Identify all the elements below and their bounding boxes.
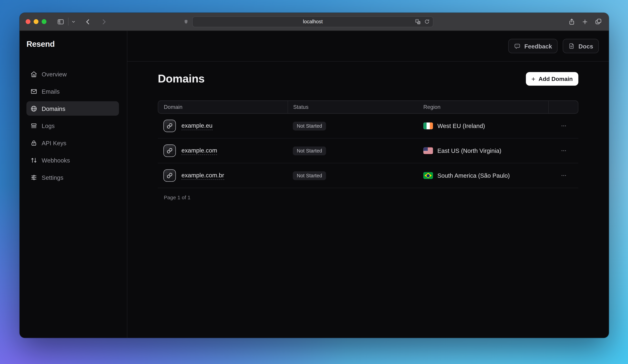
sidebar-item-label: Settings [42,174,63,181]
main-area: Feedback Docs Domains + Add Dom [127,31,609,338]
table-row: example.eu Not Started West EU (Ireland) [158,114,578,138]
status-badge: Not Started [293,171,326,180]
table-header: Domain Status Region [158,100,578,114]
region-flag-icon [423,172,433,179]
plus-icon: + [531,75,535,82]
sidebar-item-label: Overview [42,71,67,77]
row-actions-button[interactable] [559,171,568,180]
domain-link[interactable]: example.com.br [181,172,224,180]
share-icon[interactable] [568,18,575,25]
logs-icon [30,122,37,129]
ellipsis-icon [561,148,567,154]
toolbar-left-cluster [57,18,107,26]
page-header-row: Domains + Add Domain [158,72,578,86]
link-icon [166,148,173,154]
address-zone: localhost A [183,13,433,30]
document-icon [568,43,575,49]
region-label: West EU (Ireland) [437,122,485,129]
sidebar-item-emails[interactable]: Emails [26,84,119,99]
domain-link[interactable]: example.eu [181,122,213,130]
table-body: example.eu Not Started West EU (Ireland)… [158,114,578,188]
sidebar-nav: Overview Emails Domains Logs API Keys We… [20,67,127,187]
sidebar-item-logs[interactable]: Logs [26,119,119,133]
docs-button[interactable]: Docs [563,39,599,53]
sidebar-item-settings[interactable]: Settings [26,170,119,184]
globe-icon [30,105,37,112]
column-header-domain: Domain [158,101,288,113]
region-flag-icon [423,147,433,154]
back-icon[interactable] [84,18,91,25]
column-header-actions [549,101,578,113]
speech-bubble-icon [514,43,521,49]
domain-link[interactable]: example.com [181,147,217,155]
toolbar-right-cluster [568,18,602,25]
address-bar-icons: A [415,19,430,25]
add-domain-label: Add Domain [539,76,573,82]
svg-text:A: A [416,19,418,22]
close-button[interactable] [26,19,30,24]
feedback-button[interactable]: Feedback [508,39,558,53]
add-domain-button[interactable]: + Add Domain [526,72,578,86]
sidebar: Resend Overview Emails Domains Logs API … [20,31,127,338]
url-text: localhost [303,19,323,24]
sidebar-toggle-icon[interactable] [57,18,64,25]
forward-icon[interactable] [100,18,107,25]
link-tile [163,120,176,132]
row-actions-button[interactable] [559,121,568,130]
traffic-lights [26,19,46,24]
chevron-down-icon[interactable] [71,19,76,24]
lock-icon [30,140,37,146]
link-icon [166,123,173,129]
desktop-background: localhost A [0,0,628,364]
sidebar-item-label: Domains [42,105,65,112]
table-row: example.com.br Not Started South America… [158,163,578,188]
sidebar-item-domains[interactable]: Domains [26,101,119,116]
sidebar-item-label: API Keys [42,140,66,146]
row-actions-button[interactable] [559,146,568,155]
sidebar-item-label: Emails [42,88,60,95]
arrows-up-down-icon [30,157,37,163]
sidebar-item-api-keys[interactable]: API Keys [26,136,119,150]
sidebar-item-webhooks[interactable]: Webhooks [26,153,119,167]
resend-logo: Resend [26,40,127,49]
tab-overview-icon[interactable] [595,18,602,25]
new-tab-icon[interactable] [582,18,588,25]
status-badge: Not Started [293,121,326,130]
ellipsis-icon [561,123,567,129]
zoom-button[interactable] [42,19,46,24]
address-bar[interactable]: localhost A [192,16,433,27]
minimize-button[interactable] [34,19,38,24]
mail-icon [30,88,37,95]
browser-toolbar: localhost A [20,13,609,31]
page-topbar: Feedback Docs [127,31,609,62]
ellipsis-icon [561,173,567,179]
column-header-status: Status [288,101,418,113]
table-row: example.com Not Started East US (North V… [158,138,578,163]
sidebar-item-label: Webhooks [42,157,70,163]
reload-icon[interactable] [424,19,430,24]
region-label: East US (North Virginia) [437,147,501,154]
translate-icon[interactable]: A [415,19,421,25]
status-badge: Not Started [293,146,326,155]
link-tile [163,145,176,157]
feedback-label: Feedback [524,43,552,49]
pagination-label: Page 1 of 1 [158,195,578,201]
sliders-icon [30,174,37,181]
app-shell: Resend Overview Emails Domains Logs API … [20,31,609,338]
column-header-region: Region [419,101,549,113]
home-icon [30,71,37,77]
sidebar-item-overview[interactable]: Overview [26,67,119,81]
page-title: Domains [158,72,205,85]
link-icon [166,173,173,179]
sidebar-item-label: Logs [42,122,55,129]
region-flag-icon [423,122,433,129]
page-content: Domains + Add Domain Domain Status Regio… [127,61,609,200]
link-tile [163,169,176,182]
docs-label: Docs [578,43,593,49]
region-label: South America (São Paulo) [437,172,510,179]
toolbar-divider [68,18,68,26]
browser-window: localhost A [20,13,609,338]
privacy-shield-icon [183,19,189,25]
